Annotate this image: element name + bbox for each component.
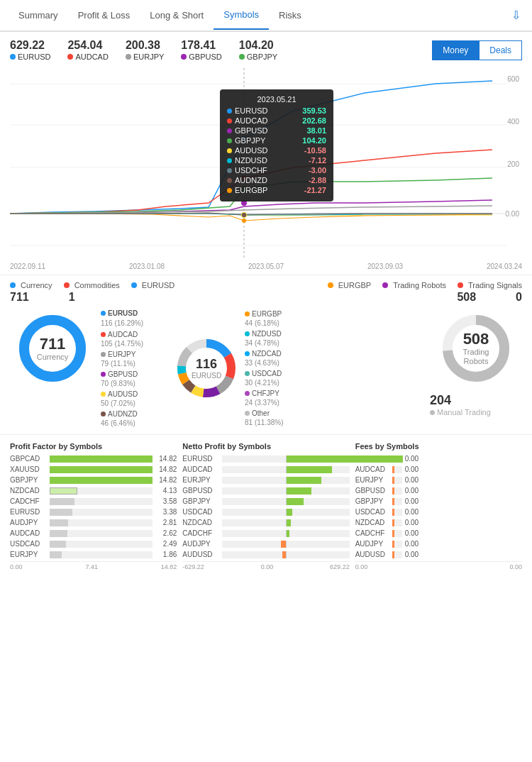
profit-factor-title: Profit Factor by Symbols	[10, 442, 177, 451]
fee-row-gbpjpy: GBPJPY 0.00	[355, 497, 522, 505]
tooltip-row-usdchf: USDCHF -3.00	[227, 166, 326, 175]
svg-point-11	[242, 213, 246, 217]
nav-item-summary[interactable]: Summary	[9, 1, 68, 29]
pf-row-cadchf: CADCHF 3.58	[10, 497, 177, 505]
tooltip-row-eurgbp: EURGBP -21.27	[227, 186, 326, 194]
pf-row-usdcad: USDCAD 2.49	[10, 540, 177, 548]
nav-bar: Summary Profit & Loss Long & Short Symbo…	[0, 0, 532, 32]
legend-bar: Currency Commodities EURUSD EURGBP Tradi…	[0, 275, 532, 307]
pf-row-xauusd: XAUUSD 14.82	[10, 465, 177, 473]
stat-value-audcad: 254.04	[67, 39, 108, 52]
pf-row-audcad: AUDCAD 2.62	[10, 529, 177, 537]
netto-row-gbpjpy: GBPJPY	[182, 497, 349, 505]
stat-label-eurusd: EURUSD	[10, 53, 50, 61]
profit-factor-col: Profit Factor by Symbols GBPCAD 14.82 XA…	[10, 442, 177, 570]
stat-label-eurjpy: EURJPY	[126, 53, 164, 61]
nav-item-symbols[interactable]: Symbols	[214, 1, 269, 30]
commodities-count: 1	[69, 291, 75, 304]
legend-trading-robots[interactable]: Trading Robots	[382, 281, 446, 289]
donut-robots-section: 508 Trading Robots 204 Manual Trading	[430, 309, 522, 416]
stat-value-gbpusd: 178.41	[181, 39, 221, 52]
donut2-num: 116	[192, 357, 221, 372]
stat-label-gbpjpy: GBPJPY	[239, 53, 277, 61]
currency-count: 711	[10, 291, 29, 304]
netto-row-cadchf: CADCHF	[182, 529, 349, 537]
fee-row-cadchf: CADCHF 0.00	[355, 529, 522, 537]
netto-row-eurjpy: EURJPY	[182, 476, 349, 484]
donut1-label: Currency	[37, 353, 69, 361]
nav-item-profit-loss[interactable]: Profit & Loss	[68, 1, 140, 29]
netto-row-usdcad: USDCAD	[182, 508, 349, 516]
chart-area: 600 400 200 0.00	[0, 68, 532, 260]
svg-point-14	[242, 219, 246, 223]
nav-item-long-short[interactable]: Long & Short	[140, 1, 214, 29]
netto-row-audcad: AUDCAD	[182, 465, 349, 473]
tooltip-row-gbpjpy: GBPJPY 104.20	[227, 136, 326, 145]
stat-value-eurjpy: 200.38	[126, 39, 164, 52]
netto-row-nzdcad: NZDCAD	[182, 519, 349, 526]
stats-row: 629.22 EURUSD 254.04 AUDCAD 200.38 EURJP…	[0, 32, 532, 68]
stat-gbpusd: 178.41 GBPUSD	[181, 39, 221, 61]
stat-eurjpy: 200.38 EURJPY	[126, 39, 164, 61]
nav-item-risks[interactable]: Risks	[269, 1, 311, 29]
netto-row-gbpusd: GBPUSD	[182, 487, 349, 495]
netto-row-eurusd: EURUSD	[182, 455, 349, 463]
netto-row-audjpy: AUDJPY	[182, 540, 349, 548]
pf-row-gbpjpy: GBPJPY 14.82	[10, 476, 177, 484]
stat-label-audcad: AUDCAD	[67, 53, 108, 61]
svg-point-13	[242, 213, 246, 217]
tooltip-row-audnzd: AUDNZD -2.88	[227, 176, 326, 184]
manual-num: 204	[430, 393, 522, 408]
legend-trading-signals[interactable]: Trading Signals	[458, 281, 522, 289]
fee-row-audcad: AUDCAD 0.00	[355, 465, 522, 473]
manual-label: Manual Trading	[430, 408, 522, 416]
fee-row-gbpusd: GBPUSD 0.00	[355, 487, 522, 495]
fee-row-nzdcad: NZDCAD 0.00	[355, 519, 522, 526]
tooltip-row-eurusd: EURUSD 359.53	[227, 106, 326, 115]
btn-group: Money Deals	[432, 40, 522, 60]
legend-currency[interactable]: Currency	[10, 281, 52, 289]
svg-point-12	[242, 213, 246, 217]
tooltip-date: 2023.05.21	[227, 95, 326, 104]
donut2-left-labels: EURUSD 116 (16.29%) AUDCAD 105 (14.75%) …	[101, 309, 168, 427]
donut2-label: EURUSD	[192, 372, 221, 380]
pf-row-eurusd: EURUSD 3.38	[10, 508, 177, 516]
netto-row-audusd: AUDUSD	[182, 551, 349, 558]
deals-button[interactable]: Deals	[479, 40, 522, 60]
tooltip-row-audcad: AUDCAD 202.68	[227, 116, 326, 125]
pf-row-gbpcad: GBPCAD 14.82	[10, 455, 177, 463]
svg-point-10	[241, 212, 247, 218]
tooltip-row-audusd: AUDUSD -10.58	[227, 146, 326, 155]
bar-charts-section: Profit Factor by Symbols GBPCAD 14.82 XA…	[0, 434, 532, 578]
legend-eurgbp[interactable]: EURGBP	[328, 281, 371, 289]
donuts-section: 711 Currency EURUSD 116 (16.29%) AUDCAD …	[0, 307, 532, 434]
trading-robots-count: 508	[457, 291, 476, 304]
stat-audcad: 254.04 AUDCAD	[67, 39, 108, 61]
stat-value-gbpjpy: 104.20	[239, 39, 277, 52]
donut-currency: 711 Currency	[10, 309, 95, 387]
legend-commodities[interactable]: Commodities	[64, 281, 120, 289]
stat-eurusd: 629.22 EURUSD	[10, 39, 50, 61]
fee-row-usdcad: USDCAD 0.00	[355, 508, 522, 516]
donut3-label1: Trading	[463, 348, 489, 357]
pf-row-eurjpy: EURJPY 1.86	[10, 551, 177, 558]
tooltip-row-nzdusd: NZDUSD -7.12	[227, 156, 326, 165]
manual-trading: 204 Manual Trading	[430, 393, 522, 416]
pf-row-audjpy: AUDJPY 2.81	[10, 519, 177, 526]
donut-eurusd-section: EURUSD 116 (16.29%) AUDCAD 105 (14.75%) …	[101, 309, 424, 427]
download-icon[interactable]: ⇩	[509, 0, 523, 31]
x-axis: 2022.09.11 2023.01.08 2023.05.07 2023.09…	[0, 260, 532, 275]
fee-row-eurjpy: EURJPY 0.00	[355, 476, 522, 484]
tooltip-row-gbpusd: GBPUSD 38.01	[227, 126, 326, 135]
legend-eurusd[interactable]: EURUSD	[131, 281, 174, 289]
netto-profit-col: Netto Profit by Symbols .netto-row { dis…	[182, 442, 349, 570]
fee-row-audusd: AUDUSD 0.00	[355, 551, 522, 558]
stat-gbpjpy: 104.20 GBPJPY	[239, 39, 277, 61]
fee-row-audjpy: AUDJPY 0.00	[355, 540, 522, 548]
donut2-right-labels: EURGBP 44 (6.18%) NZDUSD 34 (4.78%) NZDC…	[245, 310, 309, 426]
chart-tooltip: 2023.05.21 EURUSD 359.53 AUDCAD 202.68 G…	[220, 89, 333, 201]
money-button[interactable]: Money	[432, 40, 479, 60]
stat-label-gbpusd: GBPUSD	[181, 53, 221, 61]
donut3-label2: Robots	[463, 357, 489, 366]
donut3-num: 508	[463, 331, 489, 348]
